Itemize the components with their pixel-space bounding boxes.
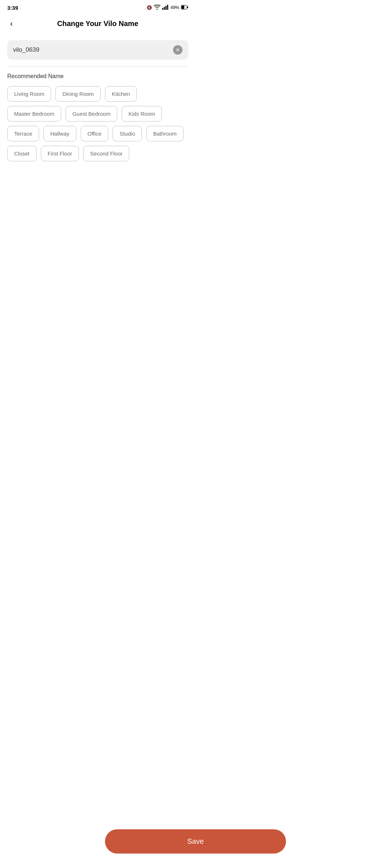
tag-button[interactable]: First Floor	[41, 146, 79, 161]
tag-button[interactable]: Master Bedroom	[7, 106, 61, 122]
back-button[interactable]: ‹	[7, 18, 16, 30]
tag-button[interactable]: Studio	[113, 126, 142, 141]
name-input[interactable]	[13, 46, 173, 54]
signal-icon	[162, 5, 169, 11]
tag-button[interactable]: Guest Bedroom	[66, 106, 117, 122]
battery-icon	[181, 5, 188, 10]
page-header: ‹ Change Your Vilo Name	[0, 14, 196, 33]
tag-button[interactable]: Second Floor	[83, 146, 129, 161]
recommended-label: Recommended Name	[0, 73, 196, 80]
status-icons: 🔇 49%	[147, 5, 188, 11]
wifi-icon	[154, 5, 160, 11]
tag-button[interactable]: Hallway	[43, 126, 76, 141]
tag-button[interactable]: Dining Room	[55, 86, 101, 102]
tag-button[interactable]: Kitchen	[105, 86, 137, 102]
tags-container: Living RoomDining RoomKitchenMaster Bedr…	[0, 86, 196, 161]
svg-rect-3	[167, 5, 168, 10]
tag-button[interactable]: Closet	[7, 146, 37, 161]
name-input-container: ✕	[7, 40, 188, 60]
tag-button[interactable]: Office	[81, 126, 109, 141]
status-time: 3:39	[7, 5, 18, 11]
mute-icon: 🔇	[147, 5, 152, 10]
svg-rect-2	[165, 6, 167, 10]
svg-rect-0	[162, 8, 163, 10]
battery-text: 49%	[171, 5, 179, 10]
tag-button[interactable]: Living Room	[7, 86, 51, 102]
svg-rect-6	[182, 5, 185, 9]
clear-input-button[interactable]: ✕	[173, 45, 182, 55]
tag-button[interactable]: Terrace	[7, 126, 39, 141]
tag-button[interactable]: Kids Room	[122, 106, 162, 122]
svg-rect-5	[187, 6, 188, 8]
section-divider	[7, 66, 188, 67]
svg-rect-1	[164, 7, 165, 10]
status-bar: 3:39 🔇 49%	[0, 0, 196, 14]
tag-button[interactable]: Bathroom	[146, 126, 184, 141]
page-title: Change Your Vilo Name	[57, 20, 139, 28]
